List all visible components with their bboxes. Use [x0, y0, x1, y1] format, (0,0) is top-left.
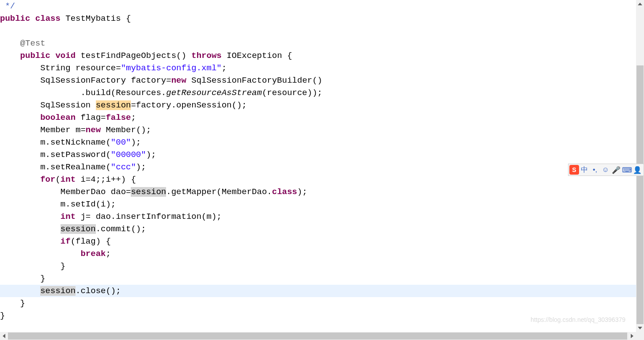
code-line: break;	[0, 248, 636, 260]
code-line: Member m=new Member();	[0, 124, 636, 136]
code-line: m.setNickname("00");	[0, 136, 636, 149]
code-line: m.setPassword("00000");	[0, 149, 636, 161]
ime-punct-button[interactable]: •,	[590, 165, 600, 175]
horizontal-scroll-thumb[interactable]	[8, 332, 627, 340]
code-line: MemberDao dao=session.getMapper(MemberDa…	[0, 186, 636, 198]
code-line: public void testFindPageObjects() throws…	[0, 50, 636, 62]
scroll-left-arrow-icon[interactable]	[0, 332, 8, 340]
scroll-right-arrow-icon[interactable]	[628, 332, 636, 340]
code-line: @Test	[0, 37, 636, 50]
code-line: boolean flag=false;	[0, 111, 636, 124]
vertical-scroll-thumb[interactable]	[636, 65, 644, 324]
horizontal-scrollbar[interactable]	[0, 332, 636, 340]
ime-emoji-button[interactable]: ☺	[601, 165, 610, 175]
code-line	[0, 25, 636, 37]
code-line: public class TestMybatis {	[0, 12, 636, 25]
code-line: }	[0, 297, 636, 309]
scroll-up-arrow-icon[interactable]	[636, 0, 644, 8]
code-line: }	[0, 260, 636, 272]
ime-user-button[interactable]: 👤	[633, 165, 642, 175]
ime-lang-button[interactable]: 中	[580, 165, 589, 175]
scroll-down-arrow-icon[interactable]	[636, 324, 644, 332]
code-line: String resource="mybatis-config.xml";	[0, 62, 636, 74]
code-line: int j= dao.insertInformation(m);	[0, 210, 636, 223]
ime-toolbar[interactable]: S 中 •, ☺ 🎤 ⌨ 👤	[568, 164, 644, 176]
code-line: if(flag) {	[0, 235, 636, 248]
code-line: session.commit();	[0, 223, 636, 235]
watermark-text: https://blog.csdn.net/qq_30396379	[530, 316, 625, 323]
code-line: }	[0, 272, 636, 285]
code-line: m.setRealname("ccc");	[0, 161, 636, 173]
ime-logo-icon[interactable]: S	[569, 165, 579, 175]
ime-keyboard-button[interactable]: ⌨	[622, 165, 632, 175]
code-editor[interactable]: */ public class TestMybatis { @Test publ…	[0, 0, 636, 332]
ime-voice-button[interactable]: 🎤	[611, 165, 621, 175]
code-line: SqlSession session=factory.openSession()…	[0, 99, 636, 111]
scrollbar-corner	[636, 332, 644, 340]
code-line: .build(Resources.getResourceAsStream(res…	[0, 87, 636, 99]
code-line: for(int i=4;;i++) {	[0, 173, 636, 186]
code-line: */	[0, 0, 636, 12]
code-line: m.setId(i);	[0, 198, 636, 210]
code-line: SqlSessionFactory factory=new SqlSession…	[0, 74, 636, 87]
code-line-current: session.close();	[0, 285, 636, 297]
